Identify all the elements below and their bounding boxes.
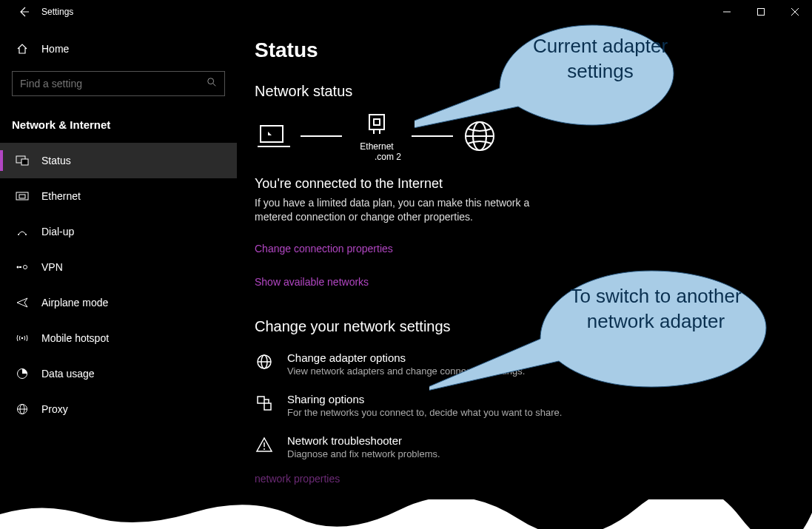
adapter-options-icon xyxy=(255,353,274,371)
svg-rect-15 xyxy=(24,266,27,268)
window-title: Settings xyxy=(41,7,73,17)
diagram-line xyxy=(301,135,342,137)
svg-rect-23 xyxy=(374,119,380,125)
sidebar-item-status[interactable]: Status xyxy=(0,143,237,178)
option-sharing[interactable]: Sharing options For the networks you con… xyxy=(255,393,782,418)
sidebar-item-proxy[interactable]: Proxy xyxy=(0,391,237,427)
page-title: Status xyxy=(255,38,782,62)
svg-rect-1 xyxy=(758,9,765,16)
network-diagram: Ethernet xxxxx.com 2 xyxy=(258,110,782,163)
back-button[interactable] xyxy=(12,0,36,24)
pc-icon xyxy=(258,123,290,149)
diagram-adapter: Ethernet xxxxx.com 2 xyxy=(352,110,401,163)
sidebar-item-label: Proxy xyxy=(41,403,68,415)
sidebar-item-label: VPN xyxy=(41,261,63,273)
window-controls xyxy=(710,0,812,24)
sidebar-group-header: Network & Internet xyxy=(0,111,237,143)
svg-rect-32 xyxy=(258,397,264,403)
torn-edge xyxy=(0,499,812,529)
vpn-icon xyxy=(15,262,30,272)
show-available-networks-link[interactable]: Show available networks xyxy=(255,276,369,288)
sidebar-item-label: Status xyxy=(41,155,71,166)
diagram-adapter-label: Ethernet xyxy=(352,141,401,152)
partial-link-bottom[interactable]: network properties xyxy=(255,473,340,485)
diagram-globe xyxy=(463,120,496,152)
network-status-heading: Network status xyxy=(255,83,782,100)
connected-description: If you have a limited data plan, you can… xyxy=(255,196,551,225)
svg-point-10 xyxy=(18,234,19,235)
sidebar-item-label: Data usage xyxy=(41,368,95,380)
svg-point-11 xyxy=(25,234,27,235)
search-box[interactable] xyxy=(12,71,225,96)
sidebar-item-label: Dial-up xyxy=(41,226,74,237)
svg-rect-13 xyxy=(19,266,21,268)
svg-point-4 xyxy=(208,78,214,84)
sidebar-item-dialup[interactable]: Dial-up xyxy=(0,214,237,249)
sidebar-item-datausage[interactable]: Data usage xyxy=(0,356,237,391)
diagram-line xyxy=(412,135,453,137)
home-icon xyxy=(15,43,30,55)
option-title: Network troubleshooter xyxy=(287,434,440,447)
minimize-button[interactable] xyxy=(710,0,744,24)
close-button[interactable] xyxy=(778,0,812,24)
sidebar-item-vpn[interactable]: VPN xyxy=(0,249,237,285)
adapter-icon xyxy=(365,110,389,137)
search-input[interactable] xyxy=(20,78,207,90)
sidebar: Home Network & Internet Status Ethernet … xyxy=(0,24,237,529)
svg-rect-9 xyxy=(19,195,25,198)
main-content: Status Network status Ethernet xxxxx.com… xyxy=(237,24,812,529)
dialup-icon xyxy=(15,226,30,237)
hotspot-icon xyxy=(15,332,30,344)
troubleshooter-icon xyxy=(255,436,274,454)
maximize-button[interactable] xyxy=(744,0,778,24)
sidebar-item-hotspot[interactable]: Mobile hotspot xyxy=(0,320,237,356)
diagram-network-label: xxxxx.com 2 xyxy=(352,152,401,162)
status-icon xyxy=(15,155,30,166)
change-settings-heading: Change your network settings xyxy=(255,318,782,335)
sidebar-item-ethernet[interactable]: Ethernet xyxy=(0,178,237,214)
proxy-icon xyxy=(15,403,30,415)
option-title: Change adapter options xyxy=(287,351,525,364)
option-change-adapter[interactable]: Change adapter options View network adap… xyxy=(255,351,782,377)
option-desc: For the networks you connect to, decide … xyxy=(287,407,562,418)
sidebar-home[interactable]: Home xyxy=(0,36,237,62)
close-icon xyxy=(791,8,799,16)
option-troubleshooter[interactable]: Network troubleshooter Diagnose and fix … xyxy=(255,434,782,459)
minimize-icon xyxy=(723,8,731,16)
svg-rect-22 xyxy=(369,115,384,129)
option-title: Sharing options xyxy=(287,393,562,405)
maximize-icon xyxy=(757,8,765,16)
sidebar-item-airplane[interactable]: Airplane mode xyxy=(0,285,237,320)
svg-rect-7 xyxy=(21,159,28,165)
back-arrow-icon xyxy=(18,6,30,18)
sidebar-item-label: Ethernet xyxy=(41,190,81,202)
svg-point-12 xyxy=(17,266,19,269)
change-connection-properties-link[interactable]: Change connection properties xyxy=(255,243,393,255)
sharing-options-icon xyxy=(255,394,274,412)
sidebar-item-label: Airplane mode xyxy=(41,297,108,309)
svg-point-35 xyxy=(264,448,265,450)
title-bar: Settings xyxy=(0,0,812,24)
svg-rect-33 xyxy=(264,403,271,410)
data-usage-icon xyxy=(15,368,30,380)
airplane-icon xyxy=(15,297,30,309)
sidebar-item-label: Mobile hotspot xyxy=(41,332,109,344)
diagram-pc xyxy=(258,123,290,149)
svg-line-5 xyxy=(213,84,216,87)
ethernet-icon xyxy=(15,191,30,201)
globe-icon xyxy=(463,120,496,152)
option-desc: Diagnose and fix network problems. xyxy=(287,448,440,459)
connected-title: You're connected to the Internet xyxy=(255,176,782,192)
option-desc: View network adapters and change connect… xyxy=(287,365,525,377)
sidebar-home-label: Home xyxy=(41,43,69,55)
svg-point-16 xyxy=(21,337,24,340)
search-icon xyxy=(207,77,217,90)
